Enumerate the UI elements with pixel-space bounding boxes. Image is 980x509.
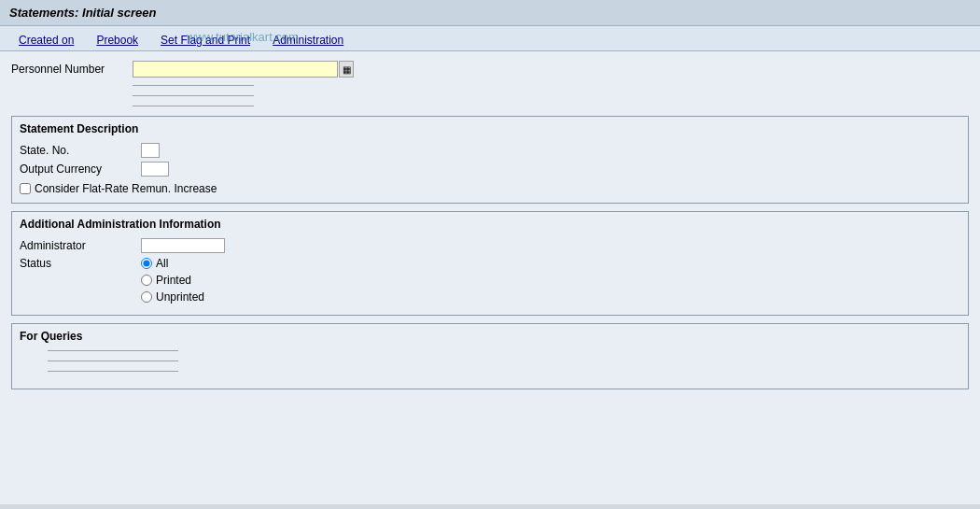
personnel-number-picker-icon[interactable]: ▦ xyxy=(339,61,354,78)
flat-rate-checkbox[interactable] xyxy=(20,183,31,194)
flat-rate-label: Consider Flat-Rate Remun. Increase xyxy=(35,182,217,195)
title-bar: Statements: Initial screen xyxy=(0,0,980,26)
state-no-label: State. No. xyxy=(20,144,141,157)
empty-line-1 xyxy=(133,85,254,86)
queries-line-2 xyxy=(48,361,178,361)
output-currency-input[interactable] xyxy=(141,162,169,177)
personnel-number-row: Personnel Number ▦ xyxy=(11,61,969,78)
empty-lines-group xyxy=(133,85,969,106)
additional-admin-title: Additional Administration Information xyxy=(20,216,960,233)
output-currency-row: Output Currency xyxy=(20,162,960,177)
statement-description-title: Statement Description xyxy=(20,120,960,137)
state-no-row: State. No. xyxy=(20,143,960,158)
flat-rate-row: Consider Flat-Rate Remun. Increase xyxy=(20,182,960,195)
status-unprinted-row: Unprinted xyxy=(141,290,204,304)
status-label: Status xyxy=(20,257,141,270)
state-no-input[interactable] xyxy=(141,143,160,158)
empty-line-2 xyxy=(133,95,254,96)
for-queries-section: For Queries xyxy=(11,323,969,389)
status-all-row: All xyxy=(141,257,204,270)
tab-prebook[interactable]: Prebook xyxy=(85,30,149,50)
administrator-input[interactable] xyxy=(141,238,225,253)
queries-line-1 xyxy=(48,350,178,351)
status-all-label: All xyxy=(156,257,168,270)
queries-line-3 xyxy=(48,371,178,372)
personnel-number-label: Personnel Number xyxy=(11,63,133,76)
output-currency-label: Output Currency xyxy=(20,163,141,176)
additional-admin-section: Additional Administration Information Ad… xyxy=(11,211,969,316)
status-all-radio[interactable] xyxy=(141,258,152,269)
administrator-label: Administrator xyxy=(20,239,141,252)
administrator-row: Administrator xyxy=(20,238,960,253)
tab-set-flag-print[interactable]: Set Flag and Print xyxy=(149,30,261,50)
status-printed-radio[interactable] xyxy=(141,275,152,286)
tab-created-on[interactable]: Created on xyxy=(7,30,85,50)
main-content: Personnel Number ▦ Statement Description… xyxy=(0,51,980,504)
page-title: Statements: Initial screen xyxy=(9,6,971,20)
status-printed-label: Printed xyxy=(156,274,191,287)
status-row: Status All Printed Unprinted xyxy=(20,257,960,304)
status-unprinted-radio[interactable] xyxy=(141,291,152,303)
empty-line-3 xyxy=(133,106,254,106)
tab-bar: Created on Prebook Set Flag and Print Ad… xyxy=(0,26,980,51)
statement-description-section: Statement Description State. No. Output … xyxy=(11,116,969,204)
personnel-number-input[interactable] xyxy=(133,61,338,78)
for-queries-lines xyxy=(48,350,960,372)
tab-administration[interactable]: Administration xyxy=(261,30,355,50)
status-printed-row: Printed xyxy=(141,274,204,287)
for-queries-title: For Queries xyxy=(20,328,960,345)
status-radio-group: All Printed Unprinted xyxy=(141,257,204,304)
status-unprinted-label: Unprinted xyxy=(156,290,204,304)
